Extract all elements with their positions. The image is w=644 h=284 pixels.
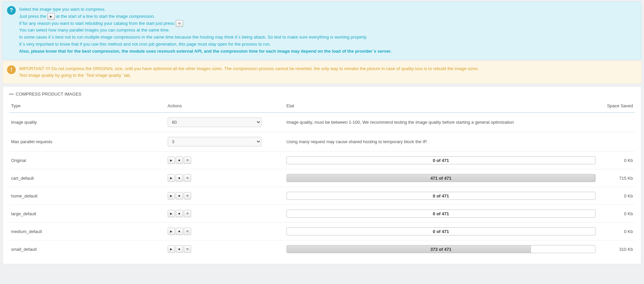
hint-max-parallel: Using many request may cause shared host… <box>285 132 635 152</box>
space-saved-cell: 0 Kb <box>597 152 635 169</box>
progress-bar: 0 of 471 <box>287 192 595 200</box>
progress-label: 0 of 471 <box>287 228 595 235</box>
type-cell: medium_default <box>9 223 166 240</box>
progress-label: 373 of 471 <box>287 245 595 253</box>
play-button[interactable]: ▶ <box>168 245 175 253</box>
actions-cell: ▶■⟲ <box>166 240 285 258</box>
reset-button[interactable]: ⟲ <box>184 228 191 235</box>
label-image-quality: Image quality <box>9 113 166 132</box>
type-cell: home_default <box>9 187 166 205</box>
actions-cell: ▶■⟲ <box>166 205 285 223</box>
stop-button[interactable]: ■ <box>176 157 183 164</box>
info-line-1: Select the image type you want to compre… <box>19 6 637 13</box>
play-button[interactable]: ▶ <box>168 228 175 235</box>
info-line-5: In some cases it´s best not to run multi… <box>19 34 637 41</box>
question-icon: ? <box>7 6 16 15</box>
type-cell: large_default <box>9 205 166 223</box>
table-row: home_default▶■⟲0 of 4710 Kb <box>9 187 635 205</box>
space-saved-cell: 0 Kb <box>597 205 635 223</box>
stop-button[interactable]: ■ <box>176 228 183 235</box>
table-row: Original▶■⟲0 of 4710 Kb <box>9 152 635 169</box>
play-button[interactable]: ▶ <box>168 157 175 164</box>
info-line-2a: Just press the <box>19 14 46 19</box>
warning-line-1: IMPORTANT !!!! Do not compress the ORIGI… <box>19 65 637 72</box>
reset-button[interactable]: ⟲ <box>184 174 191 182</box>
space-saved-cell: 0 Kb <box>597 187 635 205</box>
panel-heading[interactable]: — COMPRESS PRODUCT IMAGES <box>9 91 635 97</box>
label-max-parallel: Max parallel requests <box>9 132 166 152</box>
space-saved-cell: 0 Kb <box>597 223 635 240</box>
progress-cell: 471 of 471 <box>285 169 597 187</box>
image-quality-select[interactable]: 80 <box>168 117 261 127</box>
th-etat: Etat <box>285 100 597 113</box>
reset-button[interactable]: ⟲ <box>184 210 191 217</box>
max-parallel-select[interactable]: 3 <box>168 137 261 147</box>
play-button[interactable]: ▶ <box>168 210 175 217</box>
progress-label: 471 of 471 <box>287 174 595 182</box>
info-line-3: If for any reason you want to start rebu… <box>19 20 637 27</box>
info-line-2b: at the start of a line to start the imag… <box>56 14 155 19</box>
table-row: small_default▶■⟲373 of 471310 Kb <box>9 240 635 258</box>
reset-button[interactable]: ⟲ <box>184 157 191 164</box>
table-row: medium_default▶■⟲0 of 4710 Kb <box>9 223 635 240</box>
stop-button[interactable]: ■ <box>176 210 183 217</box>
progress-cell: 0 of 471 <box>285 152 597 169</box>
progress-bar: 471 of 471 <box>287 174 595 182</box>
type-cell: small_default <box>9 240 166 258</box>
panel-title: COMPRESS PRODUCT IMAGES <box>16 92 81 97</box>
space-saved-cell: 715 Kb <box>597 169 635 187</box>
info-line-6: It´s very important to know that if you … <box>19 41 637 48</box>
progress-cell: 0 of 471 <box>285 223 597 240</box>
info-line-4: You can select how many parallel images … <box>19 27 637 34</box>
play-button[interactable]: ▶ <box>168 192 175 200</box>
info-line-2: Just press the ▶ at the start of a line … <box>19 13 637 20</box>
compress-panel: — COMPRESS PRODUCT IMAGES Type Actions E… <box>3 86 641 264</box>
actions-cell: ▶■⟲ <box>166 187 285 205</box>
th-saved: Space Saved <box>597 100 635 113</box>
progress-cell: 373 of 471 <box>285 240 597 258</box>
warning-line-2: Test image quality by going to the ´Test… <box>19 72 637 79</box>
progress-label: 0 of 471 <box>287 210 595 217</box>
reset-button[interactable]: ⟲ <box>184 245 191 253</box>
stop-button[interactable]: ■ <box>176 245 183 253</box>
row-image-quality: Image quality 80 Image quality, must be … <box>9 113 635 132</box>
actions-cell: ▶■⟲ <box>166 223 285 240</box>
actions-cell: ▶■⟲ <box>166 152 285 169</box>
row-max-parallel: Max parallel requests 3 Using many reque… <box>9 132 635 152</box>
type-cell: Original <box>9 152 166 169</box>
th-type: Type <box>9 100 166 113</box>
progress-bar: 0 of 471 <box>287 210 595 218</box>
table-row: large_default▶■⟲0 of 4710 Kb <box>9 205 635 223</box>
space-saved-cell: 310 Kb <box>597 240 635 258</box>
reset-button[interactable]: ⟲ <box>184 192 191 200</box>
actions-cell: ▶■⟲ <box>166 169 285 187</box>
type-cell: cart_default <box>9 169 166 187</box>
progress-bar: 373 of 471 <box>287 245 595 253</box>
progress-cell: 0 of 471 <box>285 187 597 205</box>
th-actions: Actions <box>166 100 285 113</box>
compress-table: Type Actions Etat Space Saved Image qual… <box>9 100 635 258</box>
progress-label: 0 of 471 <box>287 192 595 200</box>
collapse-icon[interactable]: — <box>9 91 14 97</box>
stop-button[interactable]: ■ <box>176 192 183 200</box>
info-line-3a: If for any reason you want to start rebu… <box>19 21 174 26</box>
play-icon[interactable]: ▶ <box>48 13 55 20</box>
hint-image-quality: Image quality, must be between 1-100, We… <box>285 113 635 132</box>
warning-alert: ! IMPORTANT !!!! Do not compress the ORI… <box>3 61 641 84</box>
progress-bar: 0 of 471 <box>287 227 595 235</box>
progress-bar: 0 of 471 <box>287 156 595 164</box>
info-alert: ? Select the image type you want to comp… <box>3 2 641 59</box>
info-line-7: Also, please know that for the best comp… <box>19 48 637 55</box>
play-button[interactable]: ▶ <box>168 174 175 182</box>
progress-cell: 0 of 471 <box>285 205 597 223</box>
table-row: cart_default▶■⟲471 of 471715 Kb <box>9 169 635 187</box>
exclamation-icon: ! <box>7 65 16 74</box>
refresh-icon[interactable]: ⟲ <box>176 20 183 27</box>
stop-button[interactable]: ■ <box>176 174 183 182</box>
progress-label: 0 of 471 <box>287 157 595 164</box>
